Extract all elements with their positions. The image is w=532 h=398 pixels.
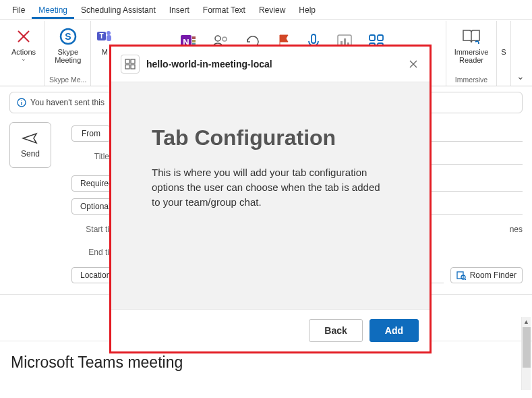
skype-meeting-button[interactable]: S Skype Meeting	[51, 25, 85, 64]
menu-review[interactable]: Review	[252, 3, 292, 19]
dialog-body: Tab Configuration This is where you will…	[111, 82, 430, 309]
dialog-footer: Back Add	[111, 309, 430, 351]
svg-rect-28	[131, 59, 135, 63]
menu-format-text[interactable]: Format Text	[196, 3, 252, 19]
send-button[interactable]: Send	[9, 122, 51, 168]
back-button[interactable]: Back	[309, 319, 362, 342]
tab-config-dialog: hello-world-in-meeting-local Tab Configu…	[109, 45, 432, 353]
send-icon	[22, 132, 39, 145]
svg-rect-18	[370, 35, 375, 40]
app-icon	[121, 55, 140, 74]
close-button[interactable]	[407, 57, 420, 71]
info-icon: i	[17, 98, 26, 107]
chevron-down-icon: ⌄	[511, 71, 529, 86]
ribbon-group-skype: S Skype Meeting Skype Me...	[45, 21, 91, 86]
immersive-reader-icon	[461, 25, 481, 48]
start-time-label: Start ti	[71, 225, 112, 234]
x-icon	[16, 25, 31, 48]
room-finder-button[interactable]: Room Finder	[450, 267, 523, 283]
svg-rect-30	[131, 65, 135, 69]
svg-rect-9	[192, 40, 196, 42]
svg-line-26	[465, 279, 466, 280]
close-icon	[409, 60, 417, 68]
menu-file[interactable]: File	[5, 3, 32, 19]
dialog-header: hello-world-in-meeting-local	[111, 47, 430, 82]
svg-text:i: i	[21, 100, 23, 107]
svg-rect-13	[312, 34, 316, 43]
add-button[interactable]: Add	[370, 319, 419, 342]
skype-icon: S	[59, 25, 78, 48]
scroll-up-icon: ▲	[522, 317, 531, 326]
svg-text:S: S	[65, 31, 71, 42]
from-button[interactable]: From	[71, 125, 111, 142]
actions-button[interactable]: Actions ⌄	[7, 25, 40, 63]
body-title: Microsoft Teams meeting	[0, 351, 532, 372]
svg-point-12	[223, 37, 227, 41]
svg-point-4	[107, 31, 111, 35]
svg-point-11	[215, 36, 220, 41]
svg-rect-8	[192, 36, 196, 39]
svg-rect-27	[125, 59, 129, 63]
info-text: You haven't sent this	[30, 98, 105, 107]
svg-rect-29	[125, 65, 129, 69]
menu-scheduling-assistant[interactable]: Scheduling Assistant	[74, 3, 162, 19]
svg-rect-19	[378, 35, 383, 40]
dialog-title: hello-world-in-meeting-local	[146, 59, 272, 69]
immersive-reader-button[interactable]: Immersive Reader	[450, 25, 492, 64]
ribbon-collapse[interactable]: ⌄	[510, 21, 529, 86]
menu-help[interactable]: Help	[292, 3, 322, 19]
timezone-suffix: nes	[510, 225, 523, 234]
dialog-description: This is where you will add your tab conf…	[152, 165, 381, 209]
overflow-button[interactable]: S	[498, 25, 510, 56]
menu-meeting[interactable]: Meeting	[32, 3, 74, 19]
dialog-heading: Tab Configuration	[152, 125, 389, 150]
ribbon-group-actions: Actions ⌄	[3, 21, 45, 86]
svg-text:T: T	[100, 32, 104, 40]
vertical-scrollbar[interactable]: ▲	[521, 317, 531, 390]
ribbon-group-immersive: Immersive Reader Immersive	[446, 21, 497, 86]
ribbon-group-overflow: S	[497, 21, 510, 86]
room-finder-icon	[456, 271, 466, 280]
svg-rect-5	[107, 35, 111, 41]
end-time-label: End ti	[71, 248, 112, 257]
menu-insert[interactable]: Insert	[162, 3, 196, 19]
title-label: Title	[71, 152, 112, 161]
scrollbar-thumb[interactable]	[523, 327, 531, 368]
menubar: File Meeting Scheduling Assistant Insert…	[0, 0, 532, 19]
